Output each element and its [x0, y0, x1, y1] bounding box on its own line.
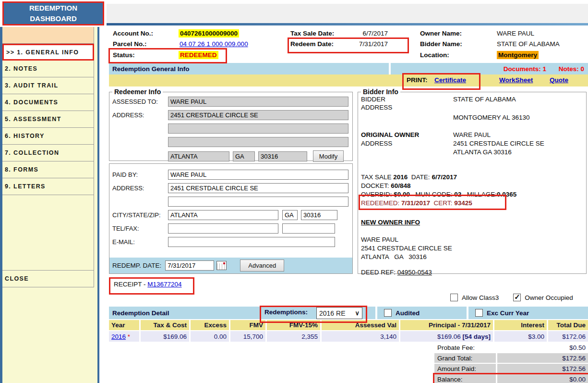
parcel-no-link[interactable]: 04 07 26 1 000 009.000	[180, 40, 248, 48]
cell-fmv15: 2,355	[267, 331, 320, 342]
redeemer-address2-field	[168, 124, 348, 134]
redemptions-selected-value: 2016 RE	[319, 309, 345, 317]
tax-sale-line: TAX SALE 2016 DATE: 6/7/2017	[361, 173, 457, 181]
chevron-down-icon: ∨	[355, 309, 360, 317]
original-owner-label: ORIGINAL OWNER	[361, 131, 419, 138]
col-principal: Principal - 7/31/2017	[400, 320, 493, 330]
balance-value: $0.00	[497, 374, 588, 383]
redemptions-select[interactable]: 2016 RE ∨	[316, 307, 362, 319]
redeemer-zip-field	[258, 151, 307, 161]
documents-count: Documents: 1	[504, 65, 546, 73]
email-label: E-MAIL:	[112, 238, 168, 246]
section-bar-left: Redemption General Info	[109, 63, 389, 74]
tel-fax-label: TEL/FAX:	[112, 225, 168, 232]
print-worksheet-link[interactable]: WorkSheet	[499, 76, 533, 84]
redemp-date-field[interactable]	[165, 260, 214, 271]
sidebar-item-letters[interactable]: 9. LETTERS	[2, 178, 94, 195]
status-label: Status:	[113, 51, 135, 59]
cell-principal: $169.06 [54 days]	[400, 331, 493, 342]
cell-assessed-val: 3,140	[322, 331, 399, 342]
bidder-info-legend: Bidder Info	[361, 88, 400, 96]
bidder-label: BIDDER	[361, 96, 385, 103]
sidebar-item-assessment[interactable]: 5. ASSESSMENT	[2, 111, 94, 128]
paid-address2-field[interactable]	[168, 197, 348, 207]
tax-sale-date-value: 6/7/2017	[346, 30, 388, 37]
detail-bar-exc: Exc Curr Year	[468, 307, 588, 319]
new-owner-city: ATLANTA GA 30316	[361, 253, 427, 260]
paid-state-field[interactable]	[282, 210, 298, 220]
new-owner-address: 2541 CRESTDALE CIRCLE SE	[361, 245, 452, 252]
print-bar: PRINT: Certificate WorkSheet Quote	[109, 74, 588, 86]
year-link[interactable]: 2016	[111, 333, 126, 340]
tel-field[interactable]	[168, 223, 278, 234]
sidebar-item-history[interactable]: 6. HISTORY	[2, 128, 94, 145]
audited-label: Audited	[396, 309, 420, 317]
overbid-line: OVERBID: $0.00 MUN CODE: 02 MILLAGE:0.03…	[361, 191, 516, 198]
sidebar-item-notes[interactable]: 2. NOTES	[2, 61, 94, 77]
docket-line: DOCKET: 60/848	[361, 182, 411, 189]
col-fmv: FMV	[230, 320, 265, 330]
audited-checkbox[interactable]	[384, 309, 392, 317]
calendar-icon[interactable]	[216, 261, 227, 270]
paid-by-box: PAID BY: ADDRESS: CITY/STATE/ZIP: TEL/FA…	[109, 163, 353, 274]
dashboard-title: REDEMPTIONDASHBOARD	[2, 1, 104, 25]
col-tax-cost: Tax & Cost	[141, 320, 189, 330]
sidebar-item-close[interactable]: CLOSE	[2, 271, 94, 287]
cell-total-due: $172.06	[548, 331, 588, 342]
original-owner-address: 2451 CRESTDALE CIRCLE SE	[453, 140, 544, 147]
receipt-link[interactable]: M13677204	[147, 281, 181, 288]
paid-city-field[interactable]	[168, 210, 278, 220]
receipt-text: RECEIPT - M13677204	[114, 281, 182, 288]
advanced-button[interactable]: Advanced	[240, 259, 284, 272]
deed-ref-line: DEED REF: 04950-0543	[361, 269, 432, 276]
receipt-label: RECEIPT -	[114, 281, 147, 288]
col-total-due: Total Due	[548, 320, 588, 330]
section-bar-right: Documents: 1 Notes: 0	[391, 63, 588, 74]
sidebar-item-collection[interactable]: 7. COLLECTION	[2, 145, 94, 161]
print-certificate-link[interactable]: Certificate	[434, 76, 466, 84]
redeemer-info-fieldset: Redeemer Info ASSESSED TO: ADDRESS: Modi…	[109, 88, 353, 161]
sidebar-item-general-info[interactable]: >> 1. GENERAL INFO	[2, 44, 94, 61]
paid-address1-field[interactable]	[168, 183, 348, 193]
probate-fee-value: $0.50	[497, 343, 588, 352]
location-label: Location:	[420, 51, 449, 59]
sidebar: >> 1. GENERAL INFO 2. NOTES 3. AUDIT TRA…	[2, 27, 97, 383]
account-no-value: 0407261000009000	[179, 29, 239, 37]
paid-zip-field[interactable]	[301, 210, 337, 220]
redemp-date-bar: REDEMP. DATE: Advanced	[109, 258, 352, 273]
detail-bar-left: Redemption Detail Redemptions: 2016 RE ∨	[109, 307, 375, 319]
col-excess: Excess	[191, 320, 229, 330]
redeemer-address-label: ADDRESS:	[112, 111, 168, 119]
detail-title: Redemption Detail	[109, 309, 169, 317]
modify-button[interactable]: Modify	[313, 150, 344, 162]
fax-field[interactable]	[282, 223, 335, 234]
grand-total-label: Grand Total:	[434, 353, 496, 363]
amount-paid-label: Amount Paid:	[434, 364, 496, 373]
allow-class3-checkbox[interactable]	[450, 294, 458, 301]
redeemed-cert-line: REDEEMED: 7/31/2017 CERT: 93425	[361, 199, 472, 207]
redeemer-address3-field	[168, 137, 348, 147]
bidder-address-label: ADDRESS	[361, 104, 392, 111]
email-field[interactable]	[168, 237, 335, 247]
sidebar-item-audit-trail[interactable]: 3. AUDIT TRAIL	[2, 77, 94, 94]
sidebar-divider	[97, 27, 99, 383]
owner-occupied-checkbox[interactable]	[513, 294, 521, 301]
paid-by-field[interactable]	[168, 170, 348, 180]
allow-class3-label: Allow Class3	[462, 294, 499, 301]
sidebar-item-documents[interactable]: 4. DOCUMENTS	[2, 94, 94, 111]
assessed-to-field	[168, 97, 348, 107]
location-value: Montgomery	[497, 51, 539, 59]
bidder-name-value: STATE OF ALABAMA	[497, 40, 560, 48]
sidebar-item-forms[interactable]: 8. FORMS	[2, 161, 94, 178]
status-value: REDEEMED	[179, 51, 218, 59]
exc-curr-year-checkbox[interactable]	[475, 309, 483, 317]
print-quote-link[interactable]: Quote	[550, 76, 568, 84]
redemp-date-label: REDEMP. DATE:	[112, 262, 161, 269]
col-year: Year	[109, 320, 139, 330]
original-owner-city: ATLANTA GA 30316	[453, 148, 512, 156]
notes-count: Notes: 0	[559, 65, 584, 73]
bidder-info-fieldset: Bidder Info BIDDER ADDRESS STATE OF ALAB…	[358, 88, 587, 274]
deed-ref-link[interactable]: 04950-0543	[397, 269, 432, 276]
section-title: Redemption General Info	[109, 65, 190, 73]
bidder-name-label: Bidder Name:	[420, 40, 462, 48]
